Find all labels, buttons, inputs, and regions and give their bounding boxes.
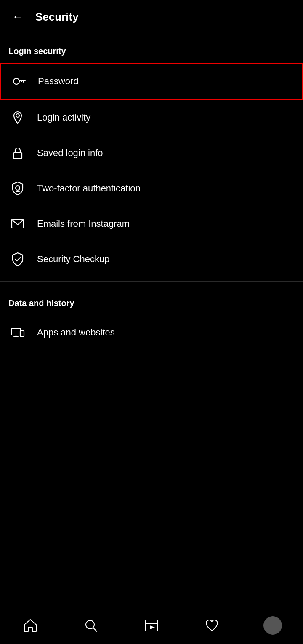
header: ← Security (0, 0, 303, 34)
menu-item-emails[interactable]: Emails from Instagram (0, 206, 303, 241)
section-divider (0, 281, 303, 282)
nav-profile[interactable] (256, 613, 290, 638)
svg-line-14 (93, 628, 97, 631)
data-history-label: Data and history (0, 286, 303, 315)
svg-rect-15 (145, 620, 158, 631)
password-label: Password (38, 76, 79, 87)
nav-likes[interactable] (195, 613, 229, 638)
menu-item-apps-websites[interactable]: Apps and websites (0, 315, 303, 350)
login-security-label: Login security (0, 34, 303, 63)
login-activity-icon (8, 108, 27, 127)
page-title: Security (35, 11, 79, 24)
nav-home[interactable] (13, 613, 47, 638)
nav-search[interactable] (74, 613, 108, 638)
back-arrow-icon: ← (12, 11, 24, 23)
menu-item-password[interactable]: Password (0, 63, 303, 100)
security-checkup-label: Security Checkup (37, 254, 109, 265)
apps-websites-label: Apps and websites (37, 327, 115, 338)
svg-point-13 (86, 620, 94, 629)
menu-item-two-factor[interactable]: Two-factor authentication (0, 171, 303, 206)
svg-point-0 (13, 78, 19, 84)
apps-websites-icon (8, 323, 27, 342)
menu-item-login-activity[interactable]: Login activity (0, 100, 303, 135)
saved-login-label: Saved login info (37, 148, 103, 158)
profile-avatar (263, 616, 282, 635)
menu-item-saved-login[interactable]: Saved login info (0, 135, 303, 171)
two-factor-icon (8, 179, 27, 198)
password-icon (9, 72, 28, 91)
svg-point-6 (16, 186, 20, 190)
back-button[interactable]: ← (8, 8, 27, 26)
login-activity-label: Login activity (37, 112, 90, 123)
bottom-nav (0, 606, 303, 644)
emails-label: Emails from Instagram (37, 218, 130, 229)
security-checkup-icon (8, 250, 27, 268)
saved-login-icon (8, 144, 27, 162)
svg-rect-5 (13, 153, 22, 159)
menu-item-security-checkup[interactable]: Security Checkup (0, 241, 303, 277)
svg-marker-19 (150, 625, 155, 629)
emails-icon (8, 215, 27, 233)
nav-reels[interactable] (135, 613, 168, 638)
svg-point-4 (16, 114, 19, 117)
svg-rect-9 (11, 328, 21, 335)
two-factor-label: Two-factor authentication (37, 183, 141, 194)
